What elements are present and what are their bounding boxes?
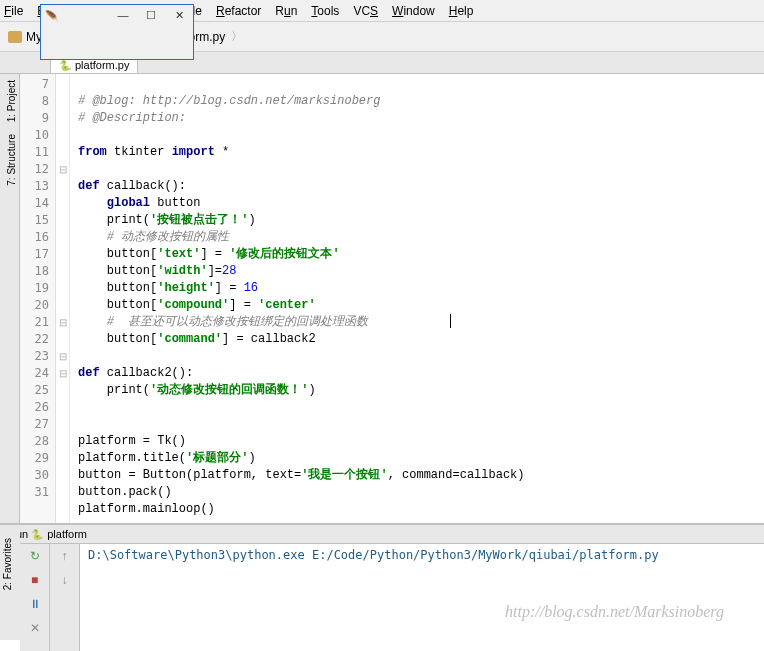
stop-button[interactable]: ■ (27, 572, 43, 588)
pause-button[interactable]: ⏸ (27, 596, 43, 612)
fold-gutter: ⊟ ⊟ ⊟ ⊟ (56, 74, 70, 523)
folder-icon (8, 31, 22, 43)
editor-area: 1: Project 7: Structure 7891011121314151… (0, 74, 764, 524)
line-number: 29 (20, 450, 49, 467)
line-number: 23 (20, 348, 49, 365)
line-number: 21 (20, 314, 49, 331)
left-tool-strip-bottom: 2: Favorites (0, 530, 20, 640)
fold-end-icon[interactable]: ⊟ (56, 365, 69, 382)
menu-file[interactable]: FFileile (4, 4, 23, 18)
left-tool-strip: 1: Project 7: Structure (0, 74, 20, 523)
up-arrow-icon[interactable]: ↑ (57, 548, 73, 564)
code-line: # @blog: http://blog.csdn.net/marksinobe… (78, 94, 380, 108)
tkinter-window[interactable]: — ☐ ✕ (40, 4, 194, 60)
watermark-text: http://blog.csdn.net/Marksinoberg (505, 603, 724, 621)
line-number: 30 (20, 467, 49, 484)
menu-refactor[interactable]: Refactor (216, 4, 261, 18)
menu-tools[interactable]: Tools (311, 4, 339, 18)
console-output[interactable]: D:\Software\Python3\python.exe E:/Code/P… (80, 544, 764, 651)
line-number: 15 (20, 212, 49, 229)
menu-window[interactable]: Window (392, 4, 435, 18)
line-number: 22 (20, 331, 49, 348)
line-number: 9 (20, 110, 49, 127)
line-number: 19 (20, 280, 49, 297)
fold-toggle[interactable]: ⊟ (56, 348, 69, 365)
line-number: 27 (20, 416, 49, 433)
console-line: D:\Software\Python3\python.exe E:/Code/P… (88, 548, 659, 562)
feather-icon (45, 10, 63, 23)
line-number: 18 (20, 263, 49, 280)
close-button[interactable]: ✕ (27, 620, 43, 636)
line-number: 8 (20, 93, 49, 110)
menu-help[interactable]: Help (449, 4, 474, 18)
line-number: 7 (20, 76, 49, 93)
menu-run[interactable]: Run (275, 4, 297, 18)
menu-vcs[interactable]: VCS (353, 4, 378, 18)
line-number: 20 (20, 297, 49, 314)
text-caret (450, 314, 451, 328)
line-number: 25 (20, 382, 49, 399)
line-number-gutter: 7891011121314151617181920212223242526272… (20, 74, 56, 523)
python-file-icon (59, 59, 71, 71)
line-number: 24 (20, 365, 49, 382)
run-toolbar: ↻ ■ ⏸ ✕ (20, 544, 50, 651)
close-button[interactable]: ✕ (165, 5, 193, 25)
run-toolbar-2: ↑ ↓ (50, 544, 80, 651)
line-number: 11 (20, 144, 49, 161)
tool-project[interactable]: 1: Project (0, 74, 19, 128)
line-number: 31 (20, 484, 49, 501)
line-number: 13 (20, 178, 49, 195)
run-tool-window: 2: Favorites ↻ ■ ⏸ ✕ ↑ ↓ D:\Software\Pyt… (0, 544, 764, 651)
tool-favorites[interactable]: 2: Favorites (0, 530, 15, 598)
maximize-button[interactable]: ☐ (137, 5, 165, 25)
code-editor[interactable]: # @blog: http://blog.csdn.net/marksinobe… (70, 74, 764, 523)
fold-toggle[interactable]: ⊟ (56, 161, 69, 178)
line-number: 12 (20, 161, 49, 178)
line-number: 16 (20, 229, 49, 246)
down-arrow-icon[interactable]: ↓ (57, 572, 73, 588)
minimize-button[interactable]: — (109, 5, 137, 25)
line-number: 14 (20, 195, 49, 212)
tab-label: platform.py (75, 59, 129, 71)
line-number: 17 (20, 246, 49, 263)
python-file-icon (31, 528, 43, 540)
chevron-right-icon: 〉 (231, 28, 243, 45)
code-line: # @Description: (78, 111, 186, 125)
rerun-button[interactable]: ↻ (27, 548, 43, 564)
run-tool-header[interactable]: Run platform (0, 524, 764, 544)
line-number: 28 (20, 433, 49, 450)
code-token: from (78, 145, 114, 159)
line-number: 10 (20, 127, 49, 144)
tool-structure[interactable]: 7: Structure (0, 128, 19, 192)
line-number: 26 (20, 399, 49, 416)
fold-end-icon[interactable]: ⊟ (56, 314, 69, 331)
